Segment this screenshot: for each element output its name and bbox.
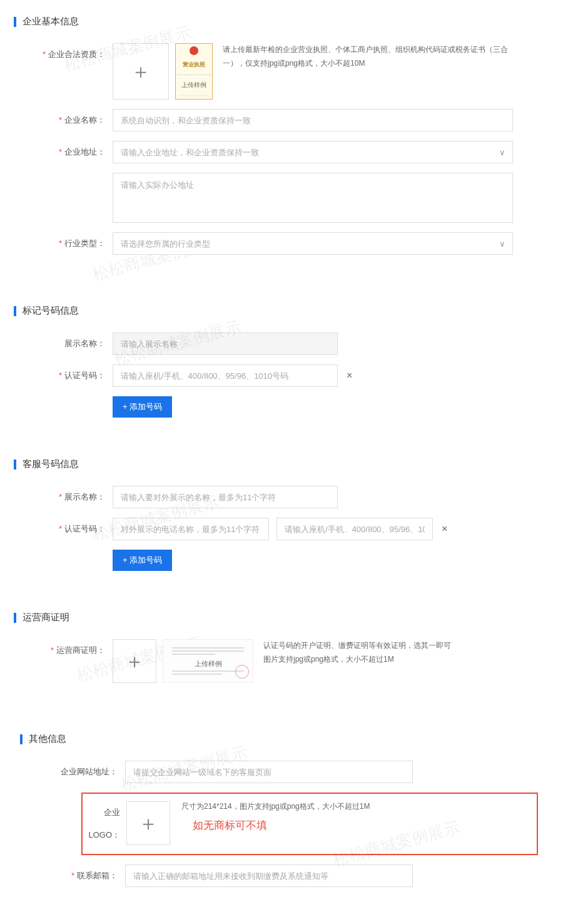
section-title: 运营商证明 — [23, 612, 69, 624]
section-title: 企业基本信息 — [23, 16, 79, 28]
add-service-number-button[interactable]: + 添加号码 — [113, 550, 172, 571]
office-address-textarea[interactable] — [113, 173, 513, 223]
section-basic-info: 企业基本信息 *企业合法资质： ＋ 营业执照 上传样例 请上传最新年检的企业营业… — [0, 16, 563, 289]
upload-carrier-proof-button[interactable]: ＋ — [113, 639, 156, 683]
section-bar-icon — [20, 734, 23, 744]
plus-icon: ＋ — [124, 651, 145, 671]
section-header: 企业基本信息 — [14, 16, 563, 28]
carrier-hint-text: 认证号码的开户证明、缴费证明等有效证明，选其一即可 图片支持jpg或png格式，… — [263, 639, 451, 666]
logo-optional-note: 如无商标可不填 — [193, 818, 370, 833]
license-sample-thumbnail[interactable]: 营业执照 上传样例 — [175, 43, 213, 100]
sample-caption: 上传样例 — [195, 659, 222, 669]
section-service-number: 客服号码信息 *展示名称： *认证号码： × + 添加号码 — [0, 458, 563, 596]
service-display-name-input[interactable] — [113, 486, 338, 508]
row-email: *联系邮箱： — [0, 865, 563, 887]
license-hint-text: 请上传最新年检的企业营业执照、个体工商户执照、组织机构代码证或税务证书（三合一）… — [223, 43, 523, 70]
row-carrier-proof: *运营商证明： ＋ 上传样例 认证号码的开户证明、缴费证明等有效证明，选其一即可… — [0, 639, 563, 683]
label-industry: *行业类型： — [0, 232, 113, 255]
stamp-icon — [235, 665, 249, 679]
clear-icon[interactable]: × — [442, 518, 447, 540]
website-input[interactable] — [125, 761, 413, 783]
mark-auth-number-input[interactable] — [113, 364, 338, 387]
section-bar-icon — [14, 17, 16, 27]
service-auth-name-input[interactable] — [113, 518, 269, 540]
section-header: 其他信息 — [20, 733, 563, 745]
label-carrier-proof: *运营商证明： — [0, 639, 113, 683]
row-mark-auth: *认证号码： × — [0, 364, 563, 387]
company-name-input[interactable] — [113, 109, 513, 131]
section-header: 标记号码信息 — [14, 305, 563, 317]
sample-caption: 上传样例 — [181, 81, 206, 90]
sample-doc-title: 营业执照 — [183, 61, 205, 69]
label-service-display: *展示名称： — [0, 486, 113, 508]
label-logo: 企业LOGO： — [83, 801, 126, 846]
label-license: *企业合法资质： — [0, 43, 113, 100]
label-company-address: *企业地址： — [0, 141, 113, 163]
add-mark-number-button[interactable]: + 添加号码 — [113, 396, 172, 418]
logo-highlight-box: 企业LOGO： ＋ 尺寸为214*214，图片支持jpg或png格式，大小不超过… — [81, 793, 538, 855]
section-bar-icon — [14, 459, 16, 470]
carrier-sample-thumbnail[interactable]: 上传样例 — [163, 639, 253, 683]
label-mark-auth: *认证号码： — [0, 364, 113, 387]
section-other-info: 其他信息 企业网站地址： 企业LOGO： ＋ 尺寸为214*214，图片支持jp… — [0, 733, 563, 921]
row-website: 企业网站地址： — [0, 761, 563, 783]
section-carrier-proof: 运营商证明 *运营商证明： ＋ 上传样例 认证号码的开户证明、缴费证明等有效证明… — [0, 612, 563, 717]
row-company-name: *企业名称： — [0, 109, 563, 131]
label-mark-display: 展示名称： — [0, 332, 113, 355]
section-mark-number: 标记号码信息 展示名称： *认证号码： × + 添加号码 — [0, 305, 563, 443]
section-title: 其他信息 — [29, 733, 66, 745]
service-auth-number-input[interactable] — [276, 518, 433, 540]
mark-display-name-input[interactable] — [113, 332, 338, 355]
clear-icon[interactable]: × — [347, 364, 352, 387]
row-company-address: *企业地址： ∨ — [0, 141, 563, 163]
row-service-display: *展示名称： — [0, 486, 563, 508]
seal-icon — [190, 46, 198, 55]
plus-icon: ＋ — [138, 813, 158, 833]
section-header: 运营商证明 — [14, 612, 563, 624]
row-office-address — [0, 173, 563, 223]
logo-hint-text: 尺寸为214*214，图片支持jpg或png格式，大小不超过1M — [181, 801, 370, 812]
email-input[interactable] — [125, 865, 413, 887]
section-bar-icon — [14, 613, 16, 623]
label-service-auth: *认证号码： — [0, 518, 113, 540]
plus-icon: ＋ — [131, 61, 151, 81]
section-title: 标记号码信息 — [23, 305, 79, 317]
upload-logo-button[interactable]: ＋ — [126, 801, 170, 845]
company-address-select[interactable] — [113, 141, 513, 163]
section-header: 客服号码信息 — [14, 458, 563, 470]
label-company-name: *企业名称： — [0, 109, 113, 131]
section-title: 客服号码信息 — [23, 458, 79, 470]
section-bar-icon — [14, 306, 16, 316]
row-service-auth: *认证号码： × — [0, 518, 563, 540]
upload-license-button[interactable]: ＋ — [113, 43, 169, 100]
row-industry: *行业类型： ∨ — [0, 232, 563, 255]
row-license: *企业合法资质： ＋ 营业执照 上传样例 请上传最新年检的企业营业执照、个体工商… — [0, 43, 563, 100]
industry-select[interactable] — [113, 232, 513, 255]
label-website: 企业网站地址： — [0, 761, 125, 783]
row-mark-display: 展示名称： — [0, 332, 563, 355]
label-email: *联系邮箱： — [0, 865, 125, 887]
